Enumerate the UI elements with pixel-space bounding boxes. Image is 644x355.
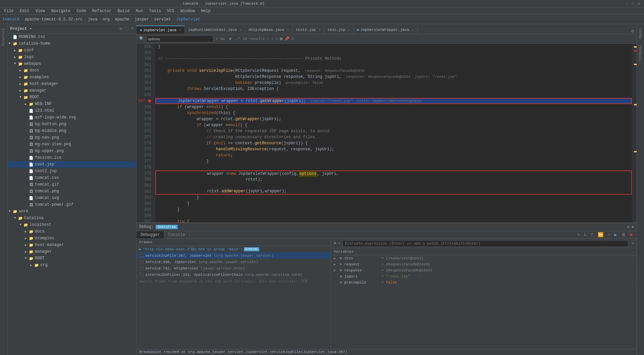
tab-jspservlet[interactable]: JspServlet.java ✕ [137,26,185,34]
tab-close-icon[interactable]: ✕ [348,28,350,32]
tree-catalina[interactable]: ▼ 📁 Catalina [7,215,136,221]
breadcrumb-apache[interactable]: apache [115,17,129,22]
tree-org[interactable]: ▶ 📁 org [7,262,136,268]
thread-item[interactable]: ▶ *http-nio-8080-exec-2"@2,665 in group … [137,246,331,252]
breadcrumb-jasper[interactable]: jasper [135,17,149,22]
menu-navigate[interactable]: Navigate [48,8,73,14]
tree-test2-jsp[interactable]: 📄 test2.jsp [7,168,136,174]
breadcrumb-java[interactable]: java [88,17,98,22]
maximize-button[interactable]: □ [631,1,635,6]
filter-icon[interactable]: ▼ [334,241,336,246]
tab-httpjspbase[interactable]: HttpJspBase.java ✕ [245,26,292,34]
tree-asf-logo[interactable]: 📄 asf-logo-wide.svg [7,114,136,121]
frame-item-0[interactable]: ⬛ serviceJspFile:367, JspServlet (org.ap… [137,252,331,259]
debug-toolbar-run-cursor[interactable]: ⏩ [596,231,605,238]
tree-loc-root[interactable]: ▼ 📁 ROOT [7,255,136,262]
debug-toolbar-step-out[interactable]: ↱ [589,231,595,238]
tree-loc-manager[interactable]: ▶ 📁 manager [7,248,136,255]
tree-tomcat-png[interactable]: 🖼 tomcat.png [7,188,136,195]
tree-web-inf[interactable]: ▶ 📁 WEB-INF [7,101,136,107]
tree-bg-middle[interactable]: 🖼 bg-middle.png [7,128,136,134]
terminal-tab[interactable]: Terminal [638,42,643,64]
debug-settings-icon[interactable]: ⚙ [627,224,630,230]
menu-edit[interactable]: Edit [17,8,32,14]
menu-code[interactable]: Code [74,8,89,14]
tree-conf[interactable]: ▶ 📁 conf [7,47,136,54]
close-button[interactable]: ✕ [637,1,641,6]
search-regex[interactable]: .* [234,36,240,42]
code-content[interactable]: } // -----------------------------------… [155,44,632,222]
menu-window[interactable]: Window [178,8,198,14]
frame-item-2[interactable]: ⬛ service:742, HttpServlet (javax.servle… [137,265,331,271]
debug-collapse-icon[interactable]: ▲ [632,224,634,229]
search-filter-icon[interactable]: ▦ [280,36,282,41]
menu-vcs[interactable]: VCS [164,8,177,14]
tree-123html[interactable]: 📄 123.html [7,107,136,114]
menu-file[interactable]: File [1,8,16,14]
tree-manager[interactable]: ▶ 📁 manager [7,87,136,94]
tab-close-icon[interactable]: ✕ [239,28,241,32]
tree-docs[interactable]: ▶ 📁 docs [7,67,136,74]
tab-debugger[interactable]: Debugger [137,231,164,239]
search-input[interactable] [148,37,195,41]
minimize-button[interactable]: – [625,1,629,6]
breadcrumb-org[interactable]: org [103,17,110,22]
sidebar-settings-icon[interactable]: ≡ [131,26,133,31]
tree-examples[interactable]: ▶ 📁 examples [7,74,136,81]
tree-host-manager[interactable]: ▶ 📁 host-manager [7,81,136,87]
var-jspuri[interactable]: ▶ ⊙ jspUri = "/test.jsp" [331,273,637,280]
sidebar-tab-structure[interactable]: Structure [1,26,6,49]
menu-tools[interactable]: Tools [146,8,164,14]
tab-jspservletwrapper[interactable]: JspServletWrapper.java ✕ [354,26,417,34]
debug-toolbar-stop[interactable]: ■ [629,232,634,238]
watch-expression-input[interactable] [342,240,628,247]
var-response[interactable]: ▶ ⊙ response = {ResponseFacade@2834} [331,267,637,273]
tab-close-icon[interactable]: ✕ [287,28,289,32]
tree-work[interactable]: ▼ 📁 work [7,208,136,215]
tree-localhost[interactable]: ▼ 📁 localhost [7,221,136,228]
tab-console[interactable]: Console [164,231,190,239]
frame-item-3[interactable]: ⬛ internalDoFilter:231, ApplicationFilte… [137,271,331,278]
search-input-wrap[interactable] [146,36,213,42]
search-next-icon[interactable]: ↓ [271,37,273,41]
debug-toolbar-step-into[interactable]: ↳ [583,231,588,238]
menu-run[interactable]: Run [133,8,146,14]
search-whole-word[interactable]: W [227,36,233,42]
search-close-icon[interactable]: ✕ [215,36,218,41]
menu-build[interactable]: Build [115,8,132,14]
var-this[interactable]: ▶ ⊙ this = {JspServlet@2831} [331,255,637,261]
tree-test-jsp[interactable]: 📄 test.jsp [7,161,136,168]
debug-toolbar-step-over[interactable]: ↷ [576,231,581,238]
debug-toolbar-eval[interactable]: ⚡ [606,231,611,238]
debug-toolbar-pause[interactable]: ⏸ [620,232,627,238]
tree-bg-upper[interactable]: 🖼 bg-upper.png [7,148,136,154]
maven-tab[interactable]: Maven [638,26,643,41]
tab-jspruntimecontext[interactable]: JspRuntimeContext.java ✕ [185,26,245,34]
frame-item-1[interactable]: ⬛ service:330, JspServlet (org.apache.ja… [137,259,331,265]
search-match-case[interactable]: Cc [220,36,226,42]
tab-testjsp[interactable]: test.jsp ✕ [324,26,354,34]
tab-close-icon[interactable]: ✕ [318,28,320,32]
breadcrumb-tomcat8[interactable]: tomcat8 [3,17,19,22]
debug-badge[interactable]: Bootstrap [156,225,178,229]
tree-bg-nav-item[interactable]: 🖼 bg-nav-item.png [7,141,136,148]
var-expand-icon[interactable]: ▶ [334,268,338,272]
menu-help[interactable]: Help [198,8,213,14]
tree-catalina-home[interactable]: ▼ 📁 catalina-home [7,40,136,47]
tree-loc-host-manager[interactable]: ▶ 📁 host-manager [7,242,136,248]
var-expand-icon[interactable]: ▶ [334,256,338,260]
tab-close-icon[interactable]: ✕ [412,28,414,32]
add-watch-icon[interactable]: + [338,241,340,246]
breadcrumb-jspservlet[interactable]: JspServlet [176,17,200,22]
tree-tomcat-gif[interactable]: 🖼 tomcat.gif [7,181,136,188]
tree-bg-nav[interactable]: 🖼 bg-nav.png [7,134,136,141]
var-expand-icon[interactable]: ▶ [334,262,338,266]
tree-loc-examples[interactable]: ▶ 📁 examples [7,235,136,242]
search-pin-icon[interactable]: 📌 [284,36,289,41]
sidebar-sync-icon[interactable]: ⚙ [120,26,122,31]
tree-loc-docs[interactable]: ▶ 📁 docs [7,228,136,235]
debug-toolbar-resume[interactable]: ▶ [613,231,618,238]
breadcrumb-src[interactable]: apache-tomcat-8.5.32-src [25,17,83,22]
menu-refactor[interactable]: Refactor [90,8,114,14]
tree-running-txt[interactable]: 📄 RUNNING.txt [7,34,136,40]
